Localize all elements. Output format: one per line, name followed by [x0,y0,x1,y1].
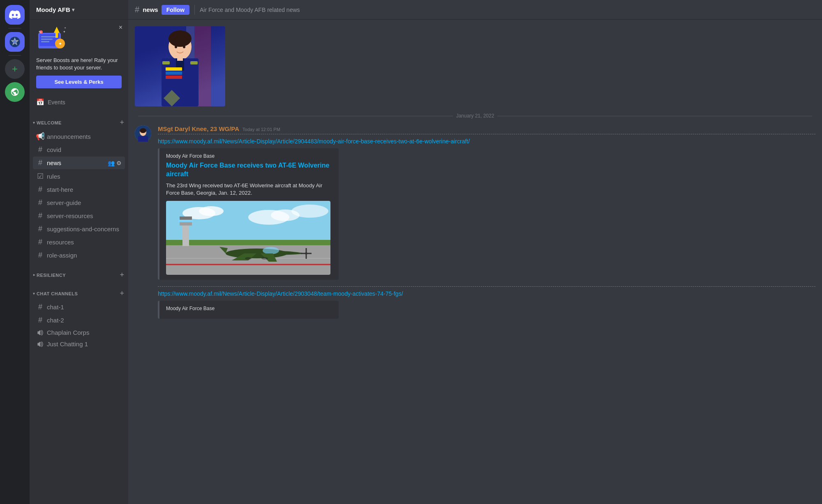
add-server-button[interactable]: + [5,59,25,79]
channel-start-here[interactable]: # start-here [33,183,125,196]
author-avatar [135,125,151,142]
svg-point-19 [169,30,192,47]
icon-bar: + [0,0,30,504]
category-welcome-add[interactable]: + [119,117,125,128]
svg-text:✦: ✦ [63,30,66,34]
svg-rect-23 [166,71,182,75]
channel-announcements[interactable]: 📢 announcements [33,130,125,143]
svg-rect-4 [41,36,55,37]
category-chat-channels[interactable]: ▾ CHAT CHANNELS + [30,282,128,300]
channel-name-start-here: start-here [47,186,122,193]
channel-just-chatting-1[interactable]: Just Chatting 1 [33,338,125,350]
channel-rules[interactable]: ☑ rules [33,170,125,183]
svg-rect-5 [41,39,53,40]
boost-close-button[interactable]: × [119,24,122,31]
svg-rect-41 [166,240,330,246]
embed-title-1[interactable]: Moody Air Force Base receives two AT-6E … [166,161,332,179]
server-dropdown-chevron: ▾ [72,7,74,13]
topbar-channel-icon: # [135,5,139,14]
svg-rect-34 [138,136,148,142]
channel-chat-2[interactable]: # chat-2 [33,314,125,327]
topbar-description: Air Force and Moody AFB related news [200,7,300,13]
icon-bar-separator-2 [8,55,21,56]
events-label: Events [48,99,65,106]
embed-site-name-2: Moody Air Force Base [166,306,332,311]
boost-text: Server Boosts are here! Rally your frien… [36,57,122,71]
date-divider: January 21, 2022 [135,113,815,119]
follow-button[interactable]: Follow [162,5,189,15]
channel-icon-start-here: # [36,185,44,194]
message-divider-2 [158,286,815,287]
channel-icon-news: # [36,159,44,167]
channel-name-chaplain-corps: Chaplain Corps [47,329,122,336]
server-name: Moody AFB [36,6,70,13]
channel-server-resources[interactable]: # server-resources [33,209,125,222]
category-welcome-chevron: ▾ [33,120,35,125]
svg-point-37 [199,206,224,216]
icon-bar-separator [8,28,21,29]
channel-gear-icon[interactable]: ⚙ [116,160,122,166]
channel-name-rules: rules [47,173,122,180]
channel-chaplain-corps[interactable]: Chaplain Corps [33,327,125,338]
channel-icon-server-guide: # [36,198,44,207]
svg-marker-11 [54,27,60,33]
category-welcome[interactable]: ▾ WELCOME + [30,111,128,129]
channel-name-chat-1: chat-1 [47,304,122,311]
message-link-2[interactable]: https://www.moody.af.mil/News/Article-Di… [158,290,403,297]
svg-point-33 [140,128,146,133]
embed-card-2: Moody Air Force Base [158,301,339,319]
svg-rect-12 [55,32,58,38]
channel-name-server-guide: server-guide [47,199,122,206]
message-link-1[interactable]: https://www.moody.af.mil/News/Article-Di… [158,138,470,145]
category-resiliency[interactable]: ▾ RESILIENCY + [30,263,128,282]
channel-suggestions-and-concerns[interactable]: # suggestions-and-concerns [33,223,125,235]
message-divider-1 [158,134,815,134]
category-resiliency-add[interactable]: + [119,270,125,280]
channel-resources[interactable]: # resources [33,236,125,249]
main-content: # news Follow Air Force and Moody AFB re… [128,0,822,504]
message-header-1: MSgt Daryl Knee, 23 WG/PA Today at 12:01… [158,125,815,132]
events-menu-item[interactable]: 📅 Events [30,95,128,109]
channel-settings-icon[interactable]: 👥 [108,160,115,166]
server-header[interactable]: Moody AFB ▾ [30,0,128,20]
message-timestamp-1: Today at 12:01 PM [242,127,280,132]
boost-banner: × × ✦ [30,20,128,93]
channel-name-resources: resources [47,239,122,246]
embed-description-1: The 23rd Wing received two AT-6E Wolveri… [166,182,332,197]
svg-rect-25 [162,61,170,64]
discord-home-button[interactable] [5,5,25,25]
channel-icon-covid: # [36,145,44,154]
category-resiliency-chevron: ▾ [32,274,36,276]
channel-icon-chat-2: # [36,316,44,324]
channel-covid[interactable]: # covid [33,143,125,156]
svg-rect-48 [180,216,192,220]
explore-servers-button[interactable] [5,82,25,102]
embed-site-name-1: Moody Air Force Base [166,153,332,159]
boost-illustration: × ✦ ✦ ✦ ✦ [36,25,69,53]
server-icon-moody[interactable] [5,32,25,52]
svg-point-55 [261,257,268,260]
channel-name-covid: covid [47,146,122,153]
svg-rect-22 [166,67,182,71]
channel-chat-1[interactable]: # chat-1 [33,301,125,313]
message-content-1: MSgt Daryl Knee, 23 WG/PA Today at 12:01… [158,125,815,319]
channel-icon-suggestions: # [36,225,44,233]
channel-name-news: news [47,159,105,166]
messages-area[interactable]: January 21, 2022 MSgt Daryl Knee, 23 WG/… [128,20,822,504]
channel-icon-rules: ☑ [36,172,44,181]
category-chat-name: CHAT CHANNELS [37,291,119,296]
channel-server-guide[interactable]: # server-guide [33,196,125,209]
channel-news[interactable]: # news 👥 ⚙ [33,156,125,169]
embed-card-1: Moody Air Force Base Moody Air Force Bas… [158,148,339,280]
category-resiliency-name: RESILIENCY [37,273,119,278]
svg-rect-26 [190,61,198,64]
svg-point-1 [13,40,16,44]
channel-name-just-chatting-1: Just Chatting 1 [47,341,122,348]
channel-icon-chat-1: # [36,303,44,311]
category-chat-add[interactable]: + [119,288,125,299]
see-levels-perks-button[interactable]: See Levels & Perks [36,76,122,88]
channel-role-assign[interactable]: # role-assign [33,249,125,262]
events-icon: 📅 [36,98,44,106]
svg-text:✦: ✦ [38,30,41,34]
svg-rect-24 [166,76,182,79]
